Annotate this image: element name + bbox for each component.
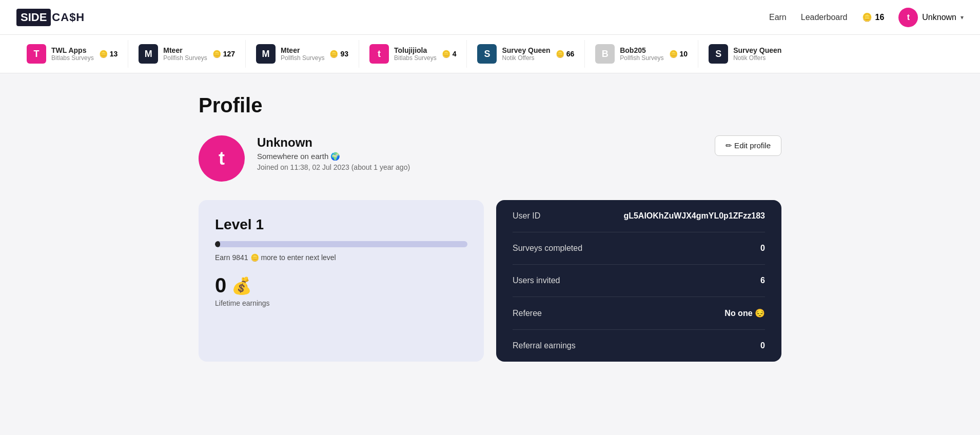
level-card: Level 1 Earn 9841 🪙 more to enter next l… (199, 200, 484, 362)
coin-icon: 🪙 (862, 12, 872, 22)
nav-coins: 🪙 16 (862, 12, 885, 22)
ticker-item: M Mteer Pollfish Surveys 🪙93 (246, 40, 359, 68)
ticker-source: Notik Offers (733, 54, 781, 62)
coin-amount: 127 (223, 50, 235, 58)
ticker-info: Survey Queen Notik Offers (733, 46, 781, 62)
level-title: Level 1 (215, 216, 467, 233)
stats-row: Users invited 6 (513, 265, 765, 297)
ticker-info: Mteer Pollfish Surveys (281, 46, 324, 62)
stats-label: Users invited (513, 276, 560, 285)
logo[interactable]: SIDE CA$H (16, 9, 85, 26)
coin-icon: 🪙 (669, 50, 678, 58)
ticker-info: Tolujijiola Bitlabs Surveys (394, 46, 437, 62)
ticker-item: S Survey Queen Notik Offers (698, 40, 801, 68)
ticker-avatar: B (595, 44, 615, 64)
profile-info: Unknown Somewhere on earth 🌍 Joined on 1… (257, 135, 715, 171)
ticker-coins: 🪙4 (442, 50, 457, 58)
ticker-avatar: M (139, 44, 158, 64)
ticker-source: Bitlabs Surveys (51, 54, 94, 62)
stats-label: Referee (513, 309, 542, 318)
ticker-info: Survey Queen Notik Offers (502, 46, 550, 62)
coin-icon: 🪙 (329, 50, 338, 58)
nav-right: Earn Leaderboard 🪙 16 t Unknown ▾ (769, 8, 964, 27)
stats-value: 6 (760, 276, 765, 285)
ticker-coins: 🪙127 (212, 50, 235, 58)
lifetime-label: Lifetime earnings (215, 299, 467, 307)
stats-value: No one 😔 (724, 308, 765, 318)
ticker-source: Pollfish Surveys (163, 54, 207, 62)
ticker-coins: 🪙10 (669, 50, 688, 58)
stats-label: Referral earnings (513, 341, 576, 350)
stats-label: Surveys completed (513, 244, 582, 253)
ticker-avatar: T (27, 44, 46, 64)
coin-amount: 10 (680, 50, 688, 58)
ticker-name: Survey Queen (502, 46, 550, 54)
edit-profile-button[interactable]: ✏ Edit profile (715, 135, 781, 156)
ticker-name: Survey Queen (733, 46, 781, 54)
ticker-name: Mteer (163, 46, 207, 54)
ticker-item: S Survey Queen Notik Offers 🪙66 (467, 40, 585, 68)
nav-user[interactable]: t Unknown ▾ (898, 8, 964, 27)
progress-bar-bg (215, 241, 467, 247)
level-hint: Earn 9841 🪙 more to enter next level (215, 253, 467, 262)
ticker-info: Bob205 Pollfish Surveys (620, 46, 663, 62)
nav-chevron-icon: ▾ (961, 14, 964, 21)
stats-label: User ID (513, 211, 540, 221)
coin-amount: 66 (566, 50, 575, 58)
profile-header: t Unknown Somewhere on earth 🌍 Joined on… (199, 135, 781, 182)
ticker-source: Pollfish Surveys (620, 54, 663, 62)
stats-value: gL5AIOKhZuWJX4gmYL0p1ZFzz183 (623, 211, 765, 221)
logo-box: SIDE (16, 9, 51, 26)
ticker-info: TWL Apps Bitlabs Surveys (51, 46, 94, 62)
ticker-avatar: S (477, 44, 497, 64)
nav-username: Unknown (922, 13, 956, 22)
earn-link[interactable]: Earn (769, 13, 787, 22)
ticker-avatar: M (256, 44, 276, 64)
coin-icon: 🪙 (99, 50, 108, 58)
ticker-item: T TWL Apps Bitlabs Surveys 🪙13 (16, 40, 128, 68)
profile-location: Somewhere on earth 🌍 (257, 152, 715, 161)
stats-row: User ID gL5AIOKhZuWJX4gmYL0p1ZFzz183 (513, 200, 765, 232)
page-title: Profile (199, 94, 781, 117)
ticker-item: B Bob205 Pollfish Surveys 🪙10 (585, 40, 698, 68)
logo-text: CA$H (52, 11, 85, 24)
stats-value: 0 (760, 341, 765, 350)
money-bag-icon: 💰 (231, 276, 252, 295)
ticker-coins: 🪙93 (329, 50, 348, 58)
ticker-avatar: t (369, 44, 389, 64)
ticker: T TWL Apps Bitlabs Surveys 🪙13 M Mteer P… (0, 35, 980, 73)
ticker-name: Bob205 (620, 46, 663, 54)
ticker-info: Mteer Pollfish Surveys (163, 46, 207, 62)
ticker-name: TWL Apps (51, 46, 94, 54)
ticker-source: Pollfish Surveys (281, 54, 324, 62)
ticker-item: t Tolujijiola Bitlabs Surveys 🪙4 (359, 40, 467, 68)
stats-row: Referral earnings 0 (513, 330, 765, 362)
leaderboard-link[interactable]: Leaderboard (801, 13, 848, 22)
navbar: SIDE CA$H Earn Leaderboard 🪙 16 t Unknow… (0, 0, 980, 35)
main-content: Profile t Unknown Somewhere on earth 🌍 J… (182, 73, 798, 382)
ticker-avatar: S (709, 44, 728, 64)
cards-row: Level 1 Earn 9841 🪙 more to enter next l… (199, 200, 781, 362)
stats-row: Surveys completed 0 (513, 232, 765, 265)
lifetime-row: 0 💰 (215, 274, 467, 297)
ticker-coins: 🪙13 (99, 50, 118, 58)
coin-amount: 93 (340, 50, 348, 58)
coin-count: 16 (875, 13, 885, 22)
coin-icon: 🪙 (442, 50, 450, 58)
ticker-coins: 🪙66 (556, 50, 575, 58)
ticker-source: Notik Offers (502, 54, 550, 62)
profile-name: Unknown (257, 135, 715, 150)
stats-row: Referee No one 😔 (513, 297, 765, 330)
profile-avatar: t (199, 135, 245, 182)
nav-avatar: t (898, 8, 918, 27)
ticker-name: Mteer (281, 46, 324, 54)
coin-amount: 4 (453, 50, 457, 58)
coin-icon: 🪙 (212, 50, 221, 58)
progress-bar-fill (215, 241, 220, 247)
profile-joined: Joined on 11:38, 02 Jul 2023 (about 1 ye… (257, 163, 715, 171)
stats-card: User ID gL5AIOKhZuWJX4gmYL0p1ZFzz183 Sur… (496, 200, 781, 362)
coin-icon: 🪙 (556, 50, 564, 58)
lifetime-amount: 0 (215, 274, 226, 297)
coin-amount: 13 (110, 50, 118, 58)
ticker-name: Tolujijiola (394, 46, 437, 54)
